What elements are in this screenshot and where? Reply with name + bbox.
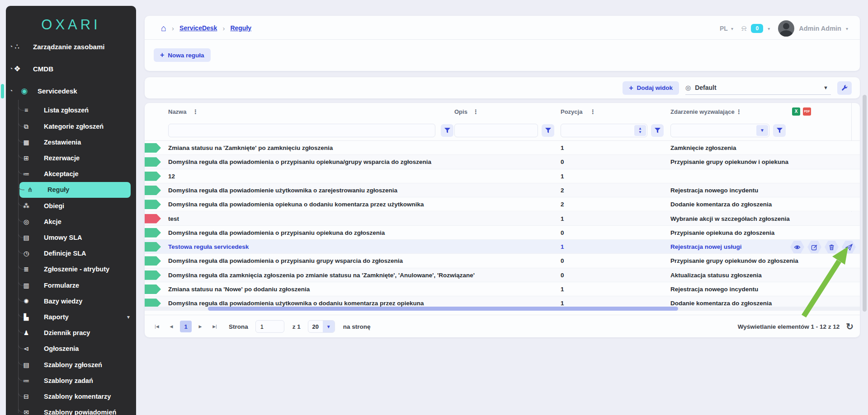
send-row-button[interactable] [842,241,856,253]
sidebar-item-szablony-zadan[interactable]: ≔Szablony zadań [6,373,136,389]
page-size-select[interactable]: 20 ▼ [308,320,335,333]
table-row[interactable]: 121 [145,169,860,183]
column-header-pozycja[interactable]: Pozycja [561,103,582,120]
column-menu-icon[interactable]: ⋮ [473,103,479,120]
page-1-button[interactable]: 1 [180,321,192,332]
column-header-zdarzenie[interactable]: Zdarzenie wyzwalające [670,103,735,120]
sidebar-item-zgloszenie-atrybuty[interactable]: ≣Zgłoszenie - atrybuty [6,261,136,277]
filter-nazwa-button[interactable] [441,124,453,137]
sidebar-section-servicedesk[interactable]: ◉Servicedesk◔ [6,83,136,99]
rule-trigger-event: Rejestracja nowej usługi [670,240,742,254]
rule-name: Domyślna reguła dla powiadomienia o przy… [168,155,431,169]
column-menu-icon[interactable]: ⋮ [736,103,742,120]
sidebar-item-lista-zgloszen[interactable]: ≡Lista zgłoszeń [6,103,136,118]
column-header-opis[interactable]: Opis [454,103,467,120]
table-row[interactable]: Zmiana statusu na 'Nowe' po dodaniu zgło… [145,282,860,296]
sidebar-item-szablony-powiadomien[interactable]: ✉Szablony powiadomień [6,405,136,415]
table-row[interactable]: Domyślna reguła dla powiadomienia o przy… [145,254,860,268]
export-pdf-icon[interactable]: PDF [803,107,811,116]
home-icon[interactable]: ⌂ [161,23,166,33]
export-excel-icon[interactable]: X [792,107,800,116]
rule-name: Domyślna reguła dla powiadomienia opieku… [168,197,424,211]
refresh-icon[interactable]: ↻ [846,321,854,332]
edit-row-button[interactable] [807,241,821,253]
last-page-button[interactable]: ▶| [209,321,221,332]
sidebar-item-obiegi[interactable]: ⁂Obiegi [6,198,136,214]
filter-opis-button[interactable] [542,124,554,137]
sidebar-item-bazy-wiedzy[interactable]: ✺Bazy wiedzy [6,294,136,309]
avatar[interactable] [778,20,794,37]
column-menu-icon[interactable]: ⋮ [590,103,596,120]
table-row[interactable]: test1Wybranie akcji w szczegółach zgłosz… [145,212,860,226]
sidebar-item-zestawienia[interactable]: ▦Zestawienia [6,135,136,150]
sidebar-item-label: Szablony komentarzy [44,389,111,405]
plus-icon: + [160,51,164,59]
rule-name-link[interactable]: Testowa reguła servicedesk [168,240,249,254]
sidebar-item-raporty[interactable]: ▙Raporty▾ [6,309,136,325]
eye-icon [794,244,801,251]
sidebar-item-formularze[interactable]: ▥Formularze [6,278,136,294]
breadcrumb-servicedesk[interactable]: ServiceDesk [179,24,217,32]
prev-page-button[interactable]: ◀ [165,321,177,332]
column-header-nazwa[interactable]: Nazwa [168,103,186,120]
filter-opis-input[interactable] [455,124,538,137]
sidebar-item-label: Umowy SLA [44,230,82,246]
user-menu[interactable]: Admin Admin ▾ [799,25,848,32]
funnel-icon [444,128,450,134]
column-menu-icon[interactable]: ⋮ [193,103,198,120]
first-page-button[interactable]: |◀ [151,321,163,332]
dropdown-chevron-icon[interactable]: ▼ [756,125,768,136]
view-select[interactable]: ◎ Default ▼ [685,81,831,95]
table-row[interactable]: Zmiana statusu na 'Zamknięte' po zamknię… [145,141,860,155]
language-selector[interactable]: PL ▾ [720,25,733,32]
table-row[interactable]: Testowa reguła servicedesk1Rejestracja n… [145,240,860,254]
rule-name: test [168,212,179,226]
green-status-tag [145,242,161,252]
table-row[interactable]: Domyślna reguła dla powiadomienia o przy… [145,155,860,169]
horizontal-scrollbar-thumb[interactable] [208,307,678,311]
number-spinner[interactable]: ▲▼ [634,125,646,136]
view-row-button[interactable] [790,241,804,253]
rule-name: Domyślna reguła dla powiadomienie użytko… [168,183,397,197]
sidebar-item-rezerwacje[interactable]: ⊞Rezerwacje [6,150,136,166]
view-settings-button[interactable] [837,81,852,95]
notifications-count-badge[interactable]: 0 [751,24,763,33]
sidebar-item-akcje[interactable]: ◎Akcje [6,214,136,230]
notifications-bell-icon[interactable]: ⍾ [741,24,746,33]
table-row[interactable]: Domyślna reguła dla powiadomienia o przy… [145,226,860,240]
sidebar-item-dziennik-pracy[interactable]: ♟Dziennik pracy [6,325,136,341]
sidebar-item-umowy-sla[interactable]: ▤Umowy SLA [6,230,136,246]
chevron-down-icon: ▼ [323,320,335,333]
tree-connector [18,179,24,190]
trash-icon [828,244,835,251]
delete-row-button[interactable] [825,241,839,253]
rule-position: 2 [561,183,564,197]
sidebar-item-label: Formularze [44,278,79,294]
sidebar-item-ogloszenia[interactable]: ⊲Ogłoszenia [6,341,136,357]
sidebar-item-definicje-sla[interactable]: ◷Definicje SLA [6,246,136,261]
sidebar-item-szablony-zgloszen[interactable]: ▤Szablony zgłoszeń [6,357,136,373]
breadcrumb-reguly[interactable]: Reguły [230,24,251,32]
table-row[interactable]: Domyślna reguła dla powiadomienia opieku… [145,197,860,211]
sidebar-section-zarzadzanie-zasobami[interactable]: ∴Zarządzanie zasobami◔ [6,38,136,55]
page-input[interactable] [255,320,284,333]
new-rule-button[interactable]: + Nowa reguła [154,48,211,62]
sidebar-item-kategorie-zgloszen[interactable]: ⧉Kategorie zgłoszeń [6,119,136,135]
filter-nazwa-input[interactable] [169,124,435,137]
sidebar-item-reguly[interactable]: ⋔Reguły [19,182,131,198]
filter-pozycja-button[interactable] [651,124,664,137]
rule-trigger-event: Dodanie komentarza do zgłoszenia [670,197,772,211]
sidebar-section-cmdb[interactable]: ❖CMDB◔ [6,61,136,77]
filter-zdarzenie-input[interactable] [671,124,769,137]
filter-zdarzenie-button[interactable] [773,124,786,137]
sidebar-item-akceptacje[interactable]: ≔Akceptacje [6,166,136,182]
add-view-button[interactable]: + Dodaj widok [623,81,679,95]
rule-name: Domyślna reguła dla powiadomienia o przy… [168,226,385,240]
chevron-down-icon[interactable]: ▾ [768,26,770,31]
table-row[interactable]: Domyślna reguła dla zamknięcia zgłoszeni… [145,268,860,282]
gauge-badge-icon: ◔ [9,88,13,94]
vertical-scrollbar-thumb[interactable] [863,95,867,312]
table-row[interactable]: Domyślna reguła dla powiadomienie użytko… [145,183,860,197]
next-page-button[interactable]: ▶ [194,321,206,332]
sidebar-item-szablony-komentarzy[interactable]: ⊟Szablony komentarzy [6,389,136,405]
